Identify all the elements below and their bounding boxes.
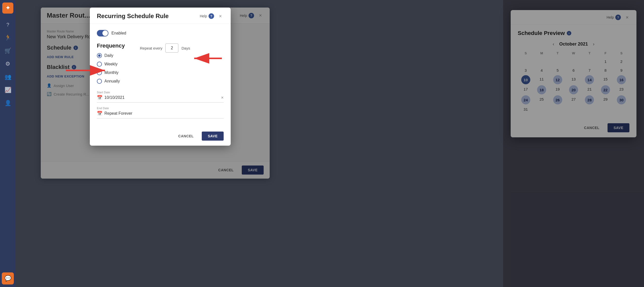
end-date-value[interactable]: Repeat Forever bbox=[104, 111, 224, 116]
toggle-knob bbox=[102, 30, 108, 36]
radio-weekly-label: Weekly bbox=[104, 62, 117, 66]
frequency-radio-group: Daily Weekly Monthly bbox=[97, 53, 125, 84]
start-date-label: Start Date bbox=[97, 91, 224, 94]
radio-weekly[interactable]: Weekly bbox=[97, 62, 125, 67]
radio-annually-label: Annually bbox=[104, 79, 120, 84]
sidebar-item-help[interactable]: ? bbox=[2, 19, 14, 31]
dialog-body: Enabled Frequency Daily bbox=[90, 24, 231, 128]
save-button[interactable]: SAVE bbox=[202, 132, 224, 141]
help-circle-icon: ? bbox=[209, 13, 214, 19]
radio-daily-label: Daily bbox=[104, 53, 113, 58]
sidebar-item-cart[interactable]: 🛒 bbox=[2, 45, 14, 57]
radio-daily-inner bbox=[98, 54, 101, 57]
radio-monthly-outer bbox=[97, 70, 102, 75]
radio-monthly-label: Monthly bbox=[104, 70, 118, 75]
chat-button[interactable]: 💬 bbox=[2, 272, 14, 284]
repeat-every-row: Repeat every Days bbox=[140, 44, 190, 53]
end-date-field: End Date 📅 Repeat Forever bbox=[97, 107, 224, 118]
radio-annually[interactable]: Annually bbox=[97, 79, 125, 84]
frequency-section: Frequency Daily Weekly bbox=[97, 43, 224, 84]
end-date-label: End Date bbox=[97, 107, 224, 110]
frequency-title: Frequency bbox=[97, 43, 125, 49]
help-button[interactable]: Help ? bbox=[200, 13, 214, 19]
radio-monthly[interactable]: Monthly bbox=[97, 70, 125, 75]
close-button[interactable]: × bbox=[217, 13, 224, 19]
dialog-footer: CANCEL SAVE bbox=[90, 128, 231, 146]
sidebar-item-dispatch[interactable]: ⚙ bbox=[2, 58, 14, 70]
dialog-header: Recurring Schedule Rule Help ? × bbox=[90, 8, 231, 24]
repeat-every-label: Repeat every bbox=[140, 46, 162, 50]
account-icon: 👤 bbox=[5, 100, 11, 106]
repeat-unit-label: Days bbox=[181, 46, 190, 50]
repeat-value-input[interactable] bbox=[165, 44, 178, 53]
help-label: Help bbox=[200, 14, 207, 18]
start-date-value[interactable]: 10/10/2021 bbox=[104, 95, 219, 100]
enabled-toggle[interactable] bbox=[97, 30, 108, 36]
end-date-input-row: 📅 Repeat Forever bbox=[97, 111, 224, 118]
cart-icon: 🛒 bbox=[5, 48, 11, 54]
analytics-icon: 📈 bbox=[5, 87, 11, 93]
radio-annually-outer bbox=[97, 79, 102, 84]
frequency-right: Repeat every Days bbox=[140, 43, 190, 53]
sidebar-item-routes[interactable]: 🏃 bbox=[2, 32, 14, 44]
sidebar-item-account[interactable]: 👤 bbox=[2, 97, 14, 109]
recurring-schedule-dialog: Recurring Schedule Rule Help ? × Enabled bbox=[90, 8, 231, 146]
enabled-label: Enabled bbox=[111, 31, 126, 35]
chat-icon: 💬 bbox=[5, 275, 11, 282]
main-area: Master Rout... Help ? × Master Route Nam… bbox=[16, 0, 644, 287]
question-icon: ? bbox=[6, 22, 9, 28]
frequency-left: Frequency Daily Weekly bbox=[97, 43, 125, 84]
users-icon: 👥 bbox=[5, 74, 11, 80]
sidebar-logo[interactable]: ✦ bbox=[2, 3, 13, 14]
end-date-calendar-icon: 📅 bbox=[97, 111, 102, 116]
sidebar-item-users[interactable]: 👥 bbox=[2, 71, 14, 83]
dialog-title: Recurring Schedule Rule bbox=[97, 13, 169, 20]
sidebar-item-analytics[interactable]: 📈 bbox=[2, 84, 14, 96]
radio-daily-outer bbox=[97, 53, 102, 58]
enabled-toggle-row: Enabled bbox=[97, 30, 224, 36]
dispatch-icon: ⚙ bbox=[5, 61, 10, 67]
start-date-calendar-icon: 📅 bbox=[97, 95, 102, 100]
routes-icon: 🏃 bbox=[5, 34, 11, 41]
cancel-button[interactable]: CANCEL bbox=[173, 132, 199, 141]
start-date-clear-button[interactable]: × bbox=[221, 95, 224, 100]
sidebar: ✦ ? 🏃 🛒 ⚙ 👥 📈 👤 💬 bbox=[0, 0, 16, 287]
radio-weekly-outer bbox=[97, 62, 102, 67]
dialog-header-right: Help ? × bbox=[200, 13, 224, 19]
radio-daily[interactable]: Daily bbox=[97, 53, 125, 58]
start-date-input-row: 📅 10/10/2021 × bbox=[97, 95, 224, 103]
start-date-field: Start Date 📅 10/10/2021 × bbox=[97, 91, 224, 103]
dates-section: Start Date 📅 10/10/2021 × End Date 📅 Rep… bbox=[97, 91, 224, 118]
